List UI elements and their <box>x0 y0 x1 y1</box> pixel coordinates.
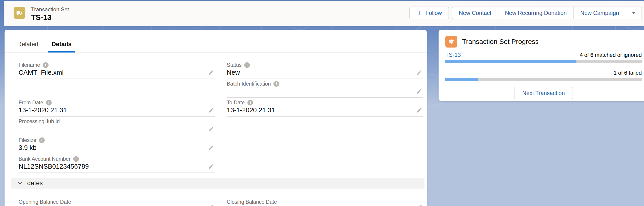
field-label: From Date <box>18 100 43 106</box>
field-label: Opening Balance Date <box>18 199 71 205</box>
field-value: 13-1-2020 21:31 <box>18 106 67 114</box>
plus-icon <box>416 10 422 16</box>
progress-card-header: Transaction Set Progress <box>445 36 642 47</box>
progress-fill <box>445 60 576 63</box>
field-label: Filename <box>18 62 40 68</box>
info-icon[interactable] <box>73 156 79 162</box>
record-header: Transaction Set TS-13 Follow New Contact… <box>4 1 644 26</box>
edit-pencil-icon[interactable] <box>208 70 214 76</box>
field-from-date: From Date 13-1-2020 21:31 <box>18 98 215 117</box>
signpost-icon <box>445 36 457 47</box>
chevron-down-icon <box>630 10 637 16</box>
edit-pencil-icon[interactable] <box>208 145 214 151</box>
metric-label: 4 of 6 matched or ignored <box>580 52 642 58</box>
record-link[interactable]: TS-13 <box>445 52 461 58</box>
field-filesize: Filesize 3.9 kb <box>18 135 215 154</box>
new-recurring-donation-button[interactable]: New Recurring Donation <box>498 7 573 19</box>
tab-details[interactable]: Details <box>48 37 75 52</box>
progress-bar-matched <box>445 60 642 63</box>
field-closing-balance-date: Closing Balance Date 13-1-2020 <box>227 197 423 206</box>
progress-card-title: Transaction Set Progress <box>462 38 538 45</box>
field-label: Filesize <box>18 137 36 143</box>
progress-bar-failed <box>445 78 642 81</box>
edit-pencil-icon[interactable] <box>416 107 422 113</box>
section-title: dates <box>27 180 43 187</box>
tab-bar: Related Details <box>4 30 427 52</box>
field-value: CAMT_File.xml <box>18 69 64 76</box>
edit-pencil-icon[interactable] <box>208 164 214 170</box>
progress-fill <box>445 78 478 81</box>
edit-pencil-icon[interactable] <box>208 126 214 132</box>
edit-pencil-icon[interactable] <box>416 70 422 76</box>
field-bank-account-number: Bank Account Number NL12SNSB0123456789 <box>18 154 215 173</box>
info-icon[interactable] <box>248 100 253 105</box>
field-processinghub-id: ProcessingHub Id <box>18 117 215 135</box>
object-label: Transaction Set <box>31 6 69 13</box>
edit-pencil-icon[interactable] <box>208 107 214 113</box>
edit-pencil-icon[interactable] <box>208 204 214 206</box>
info-icon[interactable] <box>274 81 279 87</box>
action-button-group: New Contact New Recurring Donation New C… <box>452 6 642 19</box>
field-label: Closing Balance Date <box>227 199 277 205</box>
header-actions: Follow New Contact New Recurring Donatio… <box>409 6 642 19</box>
metric-row: 1 of 6 failed <box>445 70 642 76</box>
page-title: TS-13 <box>31 13 69 22</box>
field-label: Status <box>227 62 242 68</box>
field-label: Bank Account Number <box>18 156 70 162</box>
field-status: Status New <box>227 60 423 79</box>
info-icon[interactable] <box>244 62 250 68</box>
chevron-down-icon <box>17 180 23 186</box>
edit-pencil-icon[interactable] <box>416 204 422 206</box>
field-spacer <box>227 117 423 135</box>
field-spacer <box>18 79 215 98</box>
field-spacer <box>227 154 423 173</box>
field-value: 13-1-2020 21:31 <box>227 106 275 114</box>
field-label: Batch Identification <box>227 81 271 87</box>
tab-related[interactable]: Related <box>14 37 42 52</box>
field-label: To Date <box>227 100 245 106</box>
field-grid: Filename CAMT_File.xml Status New Batch … <box>18 60 423 173</box>
more-actions-button[interactable] <box>626 7 642 19</box>
transaction-set-progress-card: Transaction Set Progress TS-13 4 of 6 ma… <box>438 30 644 101</box>
metric-label: 1 of 6 failed <box>614 70 642 76</box>
field-filename: Filename CAMT_File.xml <box>18 60 215 79</box>
info-icon[interactable] <box>43 62 48 68</box>
new-campaign-button[interactable]: New Campaign <box>573 7 626 19</box>
field-value: 3.9 kb <box>18 144 36 152</box>
section-header-dates[interactable]: dates <box>11 178 424 189</box>
follow-button[interactable]: Follow <box>409 6 449 19</box>
field-value: New <box>227 69 240 76</box>
record-detail-card: Related Details Filename CAMT_File.xml S… <box>4 30 427 206</box>
follow-label: Follow <box>426 10 442 16</box>
new-contact-button[interactable]: New Contact <box>452 7 498 19</box>
next-transaction-button[interactable]: Next Transaction <box>514 87 573 99</box>
field-to-date: To Date 13-1-2020 21:31 <box>227 98 423 117</box>
field-grid-dates: Opening Balance Date 13-1-2020 Closing B… <box>18 197 423 206</box>
field-spacer <box>227 135 423 154</box>
truck-icon <box>14 7 26 19</box>
field-value: NL12SNSB0123456789 <box>18 163 89 170</box>
edit-pencil-icon[interactable] <box>416 88 422 94</box>
metric-row: TS-13 4 of 6 matched or ignored <box>445 52 642 58</box>
info-icon[interactable] <box>39 137 45 143</box>
info-icon[interactable] <box>46 100 52 105</box>
field-opening-balance-date: Opening Balance Date 13-1-2020 <box>18 197 215 206</box>
field-label: ProcessingHub Id <box>18 118 60 125</box>
field-batch-identification: Batch Identification <box>227 79 423 98</box>
record-page: Transaction Set TS-13 Follow New Contact… <box>0 0 644 206</box>
